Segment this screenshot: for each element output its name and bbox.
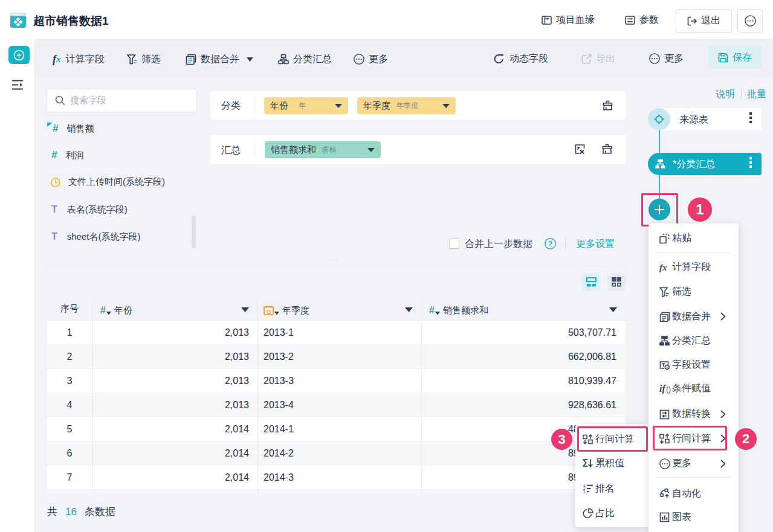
svg-text:1: 1 <box>583 490 586 494</box>
svg-text:Q: Q <box>267 309 271 315</box>
svg-text:if: if <box>659 383 666 394</box>
svg-text:(): () <box>666 385 671 394</box>
svg-text:?: ? <box>548 240 552 248</box>
svg-text:fx: fx <box>659 263 667 272</box>
